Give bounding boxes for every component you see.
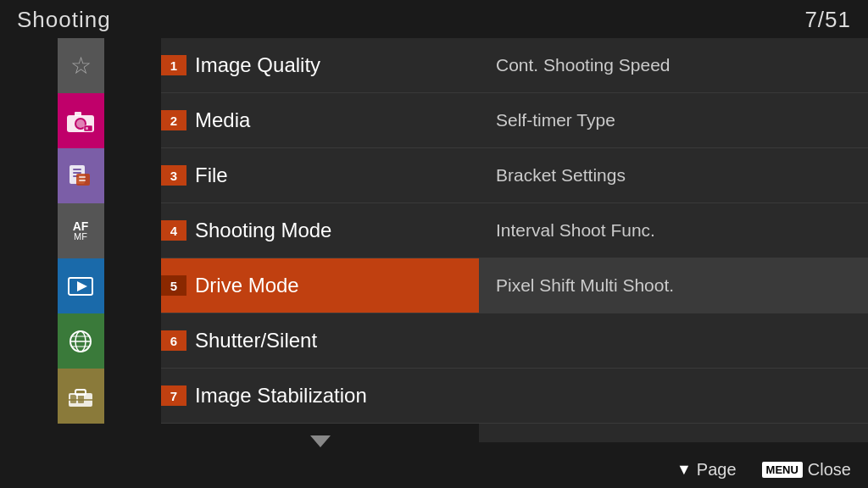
sidebar-item-3 bbox=[0, 148, 161, 203]
page-label: Page bbox=[697, 460, 737, 480]
menu-item-1[interactable]: 1 Image Quality bbox=[161, 38, 479, 93]
scroll-indicator bbox=[161, 435, 479, 447]
svg-rect-22 bbox=[78, 395, 84, 403]
svg-rect-3 bbox=[75, 112, 81, 116]
header: Shooting 7/51 bbox=[0, 0, 868, 38]
right-item-6 bbox=[479, 313, 868, 369]
sidebar-item-7 bbox=[0, 369, 161, 424]
menu-number-3: 3 bbox=[161, 165, 186, 186]
right-item-5-active[interactable]: Pixel Shift Multi Shoot. bbox=[479, 258, 868, 313]
menu-label-2: Media bbox=[195, 108, 250, 132]
svg-rect-21 bbox=[70, 395, 76, 403]
sidebar-item-2 bbox=[0, 93, 161, 148]
sidebar: ☆ bbox=[0, 38, 161, 442]
menu-item-3[interactable]: 3 File bbox=[161, 148, 479, 203]
menu-number-5: 5 bbox=[161, 275, 186, 296]
right-label-2: Self-timer Type bbox=[496, 110, 615, 130]
sidebar-item-6 bbox=[0, 313, 161, 369]
af-mf-icon: AF MF bbox=[58, 203, 104, 258]
menu-item-4[interactable]: 4 Shooting Mode bbox=[161, 203, 479, 258]
menu-item-2[interactable]: 2 Media bbox=[161, 93, 479, 148]
right-item-4[interactable]: Interval Shoot Func. bbox=[479, 203, 868, 258]
svg-marker-14 bbox=[77, 281, 87, 291]
right-label-3: Bracket Settings bbox=[496, 165, 626, 186]
page-control[interactable]: ▼ Page bbox=[676, 460, 737, 480]
footer: ▼ Page MENU Close bbox=[0, 451, 868, 488]
camera-icon bbox=[58, 93, 104, 148]
sidebar-item-5 bbox=[0, 258, 161, 313]
menu-label-5: Drive Mode bbox=[195, 274, 299, 297]
menu-label-4: Shooting Mode bbox=[195, 219, 331, 242]
svg-point-2 bbox=[76, 119, 85, 128]
star-icon: ☆ bbox=[58, 38, 104, 93]
menu-item-5-active[interactable]: 5 Drive Mode bbox=[161, 258, 479, 313]
menu-label-6: Shutter/Silent bbox=[195, 329, 317, 352]
page-icon: ▼ bbox=[676, 461, 692, 479]
right-label-5: Pixel Shift Multi Shoot. bbox=[496, 275, 674, 296]
right-item-1[interactable]: Cont. Shooting Speed bbox=[479, 38, 868, 93]
close-control[interactable]: MENU Close bbox=[762, 460, 851, 480]
screen: Shooting 7/51 ☆ bbox=[0, 0, 868, 488]
down-arrow-icon bbox=[310, 435, 331, 447]
svg-rect-23 bbox=[75, 390, 86, 395]
menu-key-label: MENU bbox=[762, 462, 803, 478]
toolbox-icon bbox=[58, 369, 104, 424]
menu-right: Cont. Shooting Speed Self-timer Type Bra… bbox=[479, 38, 868, 442]
menu-left: 1 Image Quality 2 Media 3 File 4 Shootin… bbox=[161, 38, 479, 442]
svg-rect-8 bbox=[73, 172, 81, 174]
menu-label-1: Image Quality bbox=[195, 53, 320, 77]
right-label-4: Interval Shoot Func. bbox=[496, 220, 655, 241]
menu-number-6: 6 bbox=[161, 330, 186, 351]
menu-number-2: 2 bbox=[161, 110, 186, 130]
close-label: Close bbox=[808, 460, 851, 480]
svg-rect-11 bbox=[79, 176, 86, 178]
sidebar-item-1: ☆ bbox=[0, 38, 161, 93]
right-label-1: Cont. Shooting Speed bbox=[496, 55, 670, 75]
svg-rect-12 bbox=[79, 180, 86, 181]
file-icon bbox=[58, 148, 104, 203]
svg-rect-5 bbox=[86, 127, 88, 130]
menu-item-6[interactable]: 6 Shutter/Silent bbox=[161, 313, 479, 369]
right-item-2[interactable]: Self-timer Type bbox=[479, 93, 868, 148]
right-item-3[interactable]: Bracket Settings bbox=[479, 148, 868, 203]
page-title: Shooting bbox=[17, 7, 111, 33]
menu-number-4: 4 bbox=[161, 220, 186, 241]
right-item-7 bbox=[479, 369, 868, 424]
page-counter: 7/51 bbox=[804, 7, 851, 33]
content-area: ☆ bbox=[0, 38, 868, 442]
menu-label-3: File bbox=[195, 164, 228, 187]
menu-number-7: 7 bbox=[161, 385, 186, 406]
globe-icon bbox=[58, 313, 104, 369]
menu-label-7: Image Stabilization bbox=[195, 384, 367, 408]
menu-number-1: 1 bbox=[161, 55, 186, 75]
svg-rect-7 bbox=[73, 169, 81, 170]
sidebar-item-4: AF MF bbox=[0, 203, 161, 258]
menu-item-7[interactable]: 7 Image Stabilization bbox=[161, 369, 479, 424]
play-icon bbox=[58, 258, 104, 313]
